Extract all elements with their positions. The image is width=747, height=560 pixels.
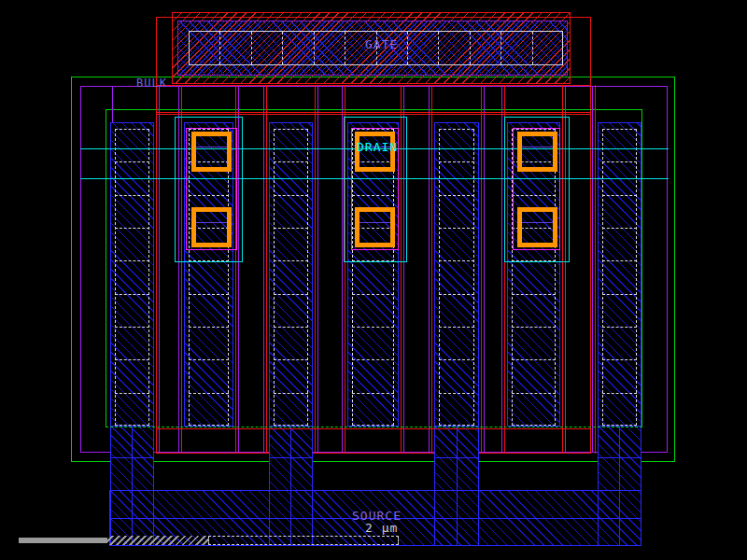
gate-label: GATE: [365, 37, 398, 51]
contact-cell-divider: [439, 228, 474, 229]
contact-cell-divider: [352, 359, 394, 360]
contact-cell-divider: [439, 327, 474, 328]
contact-cell-divider: [274, 195, 308, 196]
gate-contact-divider: [345, 32, 345, 64]
drain-contact-highlight[interactable]: [191, 132, 232, 172]
contact-cell-divider: [512, 359, 556, 360]
gate-contact-divider: [219, 32, 220, 64]
contact-cell-divider: [115, 260, 149, 261]
strap-center-line: [132, 427, 133, 490]
contact-cell-divider: [274, 260, 308, 261]
contact-cell-divider: [352, 327, 394, 328]
routing-edge: [501, 86, 502, 453]
contact-cell-divider: [189, 327, 229, 328]
contact-cell-divider: [439, 359, 474, 360]
drain-contact-highlight[interactable]: [517, 132, 557, 172]
contact-cell-divider: [274, 228, 308, 229]
contact-cell-divider: [602, 359, 637, 360]
contact-cell-divider: [439, 161, 474, 162]
strap-divider: [269, 457, 313, 458]
scale-bar-dashed: [208, 536, 399, 545]
contact-cell-divider: [602, 228, 637, 229]
strap-center-line: [457, 427, 458, 490]
contact-column-outline: [602, 129, 637, 426]
routing-edge: [592, 86, 593, 453]
contact-cell-divider: [439, 195, 474, 196]
plate-grid-line: [478, 490, 479, 546]
contact-cell-divider: [602, 195, 637, 196]
routing-edge: [342, 86, 343, 453]
poly-gate-edge: [431, 85, 432, 454]
gate-contact-divider: [532, 32, 533, 64]
contact-cell-divider: [602, 294, 637, 295]
gate-contact-divider: [282, 32, 283, 64]
contact-cell-divider: [115, 195, 149, 196]
strap-divider: [110, 457, 154, 458]
poly-gate-edge: [315, 85, 316, 454]
drain-contact-highlight[interactable]: [517, 207, 557, 247]
routing-edge: [429, 86, 430, 453]
contact-cell-divider: [274, 161, 308, 162]
contact-cell-divider: [274, 393, 308, 394]
contact-cell-divider: [352, 393, 394, 394]
layout-canvas[interactable]: GATE BULK DRAIN SOURCE 2 µm: [0, 0, 747, 560]
plate-grid-line: [457, 490, 458, 546]
contact-cell-divider: [115, 359, 149, 360]
contact-cell-divider: [274, 327, 308, 328]
poly-edge-h2: [156, 112, 591, 113]
contact-cell-divider: [189, 294, 229, 295]
routing-edge: [263, 86, 264, 453]
gate-contact-divider: [407, 32, 408, 64]
drain-contact-highlight[interactable]: [191, 207, 232, 247]
contact-cell-divider: [602, 327, 637, 328]
contact-column-outline: [274, 129, 308, 426]
contact-cell-divider: [439, 393, 474, 394]
strap-divider: [598, 457, 641, 458]
poly-gate-edge: [481, 85, 482, 454]
poly-edge-h1: [156, 85, 591, 86]
strap-center-line: [619, 427, 620, 490]
routing-edge: [159, 86, 160, 453]
poly-edge-h4: [156, 428, 591, 429]
contact-cell-divider: [115, 327, 149, 328]
drain-contact-highlight[interactable]: [355, 207, 395, 247]
bulk-stub-line: [112, 86, 113, 122]
gate-contact-divider: [438, 32, 439, 64]
contact-column-outline: [439, 129, 474, 426]
poly-edge-h3: [156, 114, 591, 115]
contact-cell-divider: [115, 393, 149, 394]
plate-grid-line: [434, 490, 435, 546]
contact-cell-divider: [115, 294, 149, 295]
poly-gate-edge: [595, 85, 596, 454]
gate-contact-divider: [470, 32, 471, 64]
scale-bar-label: 2 µm: [365, 521, 398, 535]
gate-contact-divider: [500, 32, 501, 64]
contact-cell-divider: [602, 260, 637, 261]
gate-contact-divider: [314, 32, 315, 64]
contact-cell-divider: [512, 294, 556, 295]
gate-contact-divider: [251, 32, 252, 64]
scale-bar-hatched: [107, 536, 208, 545]
strap-center-line: [290, 427, 291, 490]
active-area-bottom-dashed: [106, 427, 642, 427]
plate-grid-line: [641, 490, 641, 546]
contact-cell-divider: [189, 393, 229, 394]
plate-grid-line: [619, 490, 620, 546]
contact-cell-divider: [439, 294, 474, 295]
strap-divider: [434, 457, 479, 458]
contact-cell-divider: [115, 228, 149, 229]
contact-cell-divider: [189, 359, 229, 360]
contact-column-outline: [115, 129, 149, 426]
contact-cell-divider: [115, 161, 149, 162]
contact-cell-divider: [512, 327, 556, 328]
poly-gate-edge: [156, 85, 157, 454]
routing-edge: [484, 86, 485, 453]
contact-cell-divider: [512, 393, 556, 394]
scale-bar-solid: [19, 538, 107, 543]
poly-gate-edge: [266, 85, 267, 454]
contact-cell-divider: [274, 359, 308, 360]
contact-cell-divider: [602, 393, 637, 394]
contact-cell-divider: [439, 260, 474, 261]
bulk-label: BULK: [136, 77, 167, 90]
routing-edge: [317, 86, 318, 453]
